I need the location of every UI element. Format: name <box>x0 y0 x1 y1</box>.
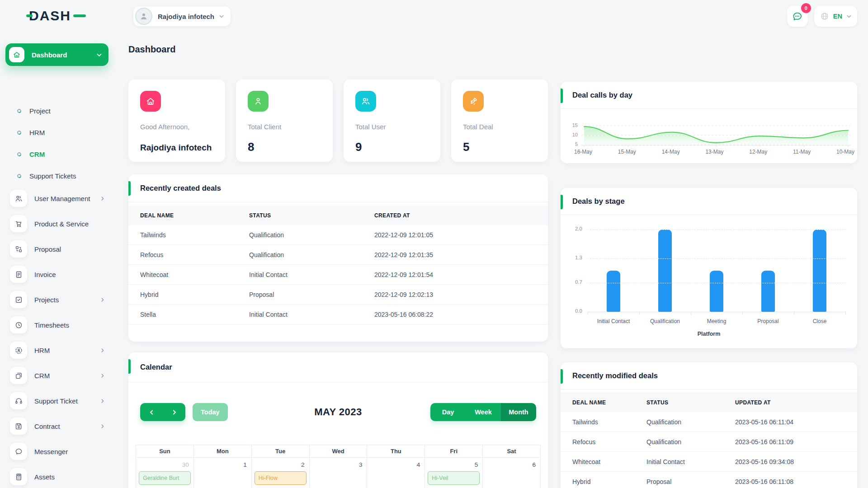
table-cell: 2023-05-16 06:11:08 <box>735 478 857 485</box>
sidebar-item-label: Dashboard <box>32 51 96 59</box>
x-axis-tick-label: 10-May <box>836 149 854 155</box>
main-content: Dashboard Good Afternoon, Rajodiya infot… <box>128 33 548 488</box>
calendar-day-cell[interactable]: 4 <box>367 458 425 488</box>
notification-badge: 0 <box>801 3 811 13</box>
sidebar-item-timesheets[interactable]: Timesheets <box>0 312 118 338</box>
table-cell: Stella <box>140 311 249 318</box>
y-axis-tick-label: 15 <box>565 122 578 128</box>
page-title: Dashboard <box>128 44 175 55</box>
x-axis-tick-label: 15-May <box>618 149 636 155</box>
calendar-toolbar: Today MAY 2023 Day Week Month <box>128 403 548 421</box>
bar-chart <box>588 228 845 312</box>
sidebar-item-assets[interactable]: Assets <box>0 464 118 488</box>
view-day-button[interactable]: Day <box>430 403 466 421</box>
sidebar-item-user-management[interactable]: User Management <box>0 186 118 211</box>
bar <box>607 271 620 312</box>
x-axis-tick-label: Close <box>794 318 845 324</box>
sidebar-item-label: Messenger <box>34 448 105 455</box>
view-month-button[interactable]: Month <box>501 403 536 421</box>
sidebar-item-contract[interactable]: Contract <box>0 413 118 439</box>
next-button[interactable] <box>163 403 185 421</box>
chevron-down-icon <box>846 14 852 19</box>
sidebar-item-projects[interactable]: Projects <box>0 287 118 312</box>
table-row: RefocusQualification2022-12-09 12:01:35 <box>128 245 548 265</box>
x-axis-tick <box>794 312 794 315</box>
language-selector[interactable]: EN <box>814 6 857 27</box>
recently-created-deals-card: Recently created deals DEAL NAME STATUS … <box>128 174 548 342</box>
sidebar-item-hrm[interactable]: HRM <box>0 122 118 143</box>
x-axis-tick-label: 11-May <box>793 149 811 155</box>
sidebar-item-dashboard[interactable]: Dashboard <box>5 43 108 66</box>
sidebar-item-label: Proposal <box>34 245 105 253</box>
bullet-icon <box>16 130 22 135</box>
y-axis-tick-label: 5 <box>565 141 578 147</box>
y-axis-tick-label: 1.3 <box>566 255 582 260</box>
sidebar-item-label: HRM <box>34 347 100 354</box>
today-button[interactable]: Today <box>193 403 228 421</box>
calendar-day-cell[interactable]: 5Hi-Veil <box>425 458 483 488</box>
calendar-date-number: 2 <box>252 459 309 470</box>
calendar-view-switcher: Day Week Month <box>430 403 536 421</box>
sidebar-item-crm-module[interactable]: CRM <box>0 363 118 388</box>
calendar-month-title: MAY 2023 <box>314 406 362 418</box>
table-cell: Qualification <box>249 251 374 258</box>
calendar-event[interactable]: Hi-Flow <box>255 471 307 485</box>
chevron-down-icon <box>219 14 224 19</box>
calendar-day-cell[interactable]: 2Hi-Flow <box>252 458 310 488</box>
prev-button[interactable] <box>140 403 163 421</box>
workspace-selector[interactable]: Rajodiya infotech <box>133 6 231 27</box>
calendar-event[interactable]: Hi-Veil <box>428 471 480 485</box>
sidebar-item-proposal[interactable]: Proposal <box>0 236 118 262</box>
sidebar-item-invoice[interactable]: Invoice <box>0 262 118 287</box>
y-axis-tick-label: 0.0 <box>566 308 582 314</box>
table-header: DEAL NAME STATUS CREATED AT <box>128 206 548 225</box>
x-axis-title: Platform <box>561 331 857 337</box>
calendar-day-cell[interactable]: 6 <box>483 458 541 488</box>
y-axis-tick-label: 2.0 <box>566 226 582 231</box>
chevron-down-icon <box>96 52 102 58</box>
sidebar-item-product-service[interactable]: Product & Service <box>0 211 118 236</box>
view-week-button[interactable]: Week <box>466 403 501 421</box>
messages-button[interactable]: 0 <box>787 6 808 27</box>
x-axis-tick-label: Proposal <box>742 318 794 324</box>
brand-logo: DASH <box>29 8 86 23</box>
table-cell: Initial Contact <box>249 311 374 318</box>
table-row: RefocusQualification2023-05-16 06:11:09 <box>561 432 857 452</box>
calendar-day-cell[interactable]: 3 <box>310 458 368 488</box>
table-row: TailwindsQualification2023-05-16 06:11:0… <box>561 412 857 432</box>
table-cell: Hybrid <box>140 291 249 298</box>
table-body: TailwindsQualification2023-05-16 06:11:0… <box>561 412 857 488</box>
sidebar-item-project[interactable]: Project <box>0 100 118 122</box>
stat-label: Total User <box>355 123 386 131</box>
bar-column <box>742 228 794 312</box>
bar <box>761 271 775 312</box>
bar <box>710 271 723 312</box>
sidebar-item-support-ticket[interactable]: Support Ticket <box>0 388 118 413</box>
calendar-event[interactable]: Geraldine Burt <box>139 471 191 485</box>
x-axis-tick <box>742 312 743 315</box>
sidebar-item-label: Timesheets <box>34 321 105 329</box>
sidebar-item-support-tickets[interactable]: Support Tickets <box>0 165 118 187</box>
table-cell: Whitecoat <box>572 458 646 465</box>
stat-value: 5 <box>463 140 469 154</box>
table-cell: Initial Contact <box>646 458 735 465</box>
sidebar-item-crm[interactable]: CRM <box>0 143 118 165</box>
calendar-day-cell[interactable]: 30Geraldine Burt <box>136 458 194 488</box>
column-header: CREATED AT <box>374 212 548 219</box>
sidebar-item-label: User Management <box>34 195 100 202</box>
table-cell: Proposal <box>646 478 735 485</box>
sidebar-item-hrm-module[interactable]: HRM <box>0 338 118 363</box>
sidebar-item-label: Product & Service <box>34 220 105 228</box>
calendar-day-cell[interactable]: 1 <box>194 458 252 488</box>
stat-card-total-deal: Total Deal 5 <box>451 80 548 162</box>
sidebar-menu: User Management Product & Service Propos… <box>0 186 118 488</box>
table-cell: Tailwinds <box>572 418 646 426</box>
x-axis-tick-label: Initial Contact <box>588 318 639 324</box>
chevron-right-icon <box>100 348 105 353</box>
sidebar-item-messenger[interactable]: Messenger <box>0 439 118 464</box>
calendar-date-number: 3 <box>310 459 367 470</box>
weekday-header: Sun <box>136 445 194 458</box>
checkbox-icon <box>10 291 27 308</box>
table-row: HybridProposal2022-12-09 12:02:13 <box>128 285 548 305</box>
table-cell: 2023-05-16 06:11:04 <box>735 418 857 426</box>
